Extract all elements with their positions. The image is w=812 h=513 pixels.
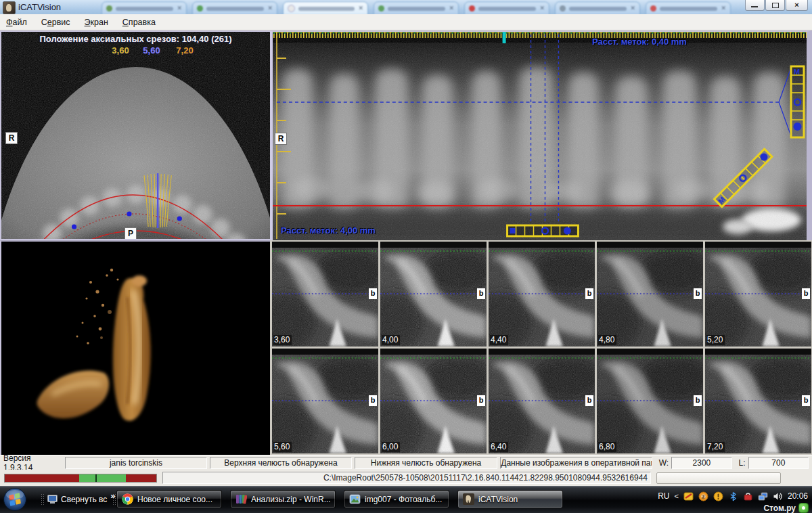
taskbar: Свернуть вс » Новое личное соо... Анализ…: [0, 486, 812, 513]
restore-button[interactable]: [765, 0, 785, 11]
stomru-widget[interactable]: Стом.ру: [763, 503, 809, 513]
language-indicator[interactable]: RU: [658, 491, 669, 501]
svg-text:2: 2: [702, 494, 705, 499]
window-width-label: W:: [659, 458, 669, 468]
window-level-value[interactable]: 700: [748, 457, 809, 469]
image-path-field: C:\ImageRoot\250578-10508\20151117\2.16.…: [162, 472, 651, 484]
slice-thumbnail-selected[interactable]: b 5,60: [272, 349, 378, 453]
quicklaunch-minimize-all[interactable]: Свернуть вс »: [47, 491, 115, 508]
close-button[interactable]: ×: [786, 0, 808, 11]
b-marker: b: [585, 395, 593, 406]
taskbar-button-chrome[interactable]: Новое личное соо...: [116, 490, 222, 508]
window-controls: ×: [745, 0, 808, 11]
slice-position-label: 5,20: [706, 335, 725, 345]
panoramic-view-panel[interactable]: M M Расст. меток: 0,40 mm Расст. меток: …: [270, 30, 812, 240]
axial-value-3: 7,20: [169, 45, 200, 55]
start-button[interactable]: [3, 487, 27, 512]
axial-view-panel[interactable]: Положение аксиальных срезов: 104,40 (261…: [0, 30, 270, 240]
browser-tab[interactable]: ✕: [102, 1, 187, 16]
update-icon[interactable]: 2: [698, 491, 708, 501]
b-marker: b: [369, 288, 377, 299]
b-marker: b: [477, 288, 485, 299]
menu-item-file[interactable]: Файл: [6, 18, 27, 27]
minimize-button[interactable]: [745, 0, 765, 11]
browser-tab[interactable]: ✕: [555, 1, 640, 16]
slice-thumbnail[interactable]: b 4,00: [380, 242, 487, 347]
lower-jaw-status: Нижняя челюсть обнаружена: [355, 457, 498, 469]
tick-distance-bottom-label: Расст. меток: 4,00 mm: [281, 225, 376, 236]
slice-position-label: 7,20: [706, 442, 725, 452]
browser-tab[interactable]: ✕: [283, 1, 368, 16]
chrome-icon: [122, 493, 133, 505]
monitor-icon: [47, 495, 58, 504]
slice-thumbnail[interactable]: b 4,80: [597, 242, 703, 347]
slice-position-label: 6,80: [598, 442, 616, 452]
patient-name-field: janis torcinskis: [65, 457, 208, 469]
slice-position-label: 3,60: [273, 335, 292, 345]
slice-position-label: 4,40: [490, 335, 508, 345]
volume-3d-panel[interactable]: [0, 240, 270, 455]
alert-icon[interactable]: [713, 491, 723, 501]
slice-thumbnail[interactable]: b 6,80: [597, 349, 703, 453]
slice-position-label: 6,40: [490, 442, 508, 452]
bluetooth-icon[interactable]: [728, 491, 738, 501]
secondary-progress-field: [656, 472, 781, 484]
orientation-label-right: R: [275, 133, 287, 145]
memory-status: Данные изображения в оперативной памяти: [500, 457, 652, 469]
slice-thumbnail[interactable]: b 6,00: [380, 349, 487, 453]
menu-item-help[interactable]: Справка: [122, 18, 156, 27]
slice-thumbnail[interactable]: b 3,60: [272, 242, 378, 347]
browser-tab[interactable]: ✕: [192, 1, 277, 16]
browser-tab[interactable]: ✕: [374, 1, 459, 16]
cross-section-grid: b 3,60 b 4,00 b 4,40 b 4,80 b 5,20 b 5,6…: [270, 240, 812, 455]
slice-position-label: 4,00: [382, 335, 400, 345]
browser-tab[interactable]: ✕: [646, 1, 731, 16]
photo-icon: [349, 493, 361, 505]
window-title: iCATVision: [18, 2, 61, 12]
tray-expand-chevron[interactable]: <: [675, 492, 679, 500]
b-marker: b: [802, 288, 810, 299]
slice-thumbnail[interactable]: b 6,40: [489, 349, 595, 453]
b-marker: b: [694, 288, 702, 299]
tick-distance-top-label: Расст. меток: 0,40 mm: [592, 37, 687, 47]
b-marker: b: [585, 288, 593, 299]
orientation-label-posterior: P: [125, 227, 137, 240]
axial-value-1: 3,60: [105, 45, 136, 55]
browser-tab[interactable]: ✕: [464, 1, 549, 16]
toolbar-grip[interactable]: [41, 493, 44, 506]
background-browser-tabs: ✕ ✕ ✕ ✕ ✕ ✕ ✕: [102, 1, 731, 14]
guard-icon[interactable]: [683, 491, 694, 501]
slice-position-label: 4,80: [598, 335, 616, 345]
slice-position-label: 6,00: [382, 442, 400, 452]
memory-usage-bar: [4, 474, 157, 483]
stomru-label: Стом.ру: [763, 504, 796, 513]
axial-position-header: Положение аксиальных срезов: 104,40 (261…: [1, 34, 270, 44]
volume-icon[interactable]: [773, 491, 783, 501]
memory-usage-tick: [95, 474, 97, 482]
orientation-label-right: R: [5, 132, 18, 144]
toolbar-grip[interactable]: [112, 493, 116, 506]
svg-text:M: M: [794, 68, 800, 76]
axial-value-2: 5,60: [136, 45, 167, 55]
taskbar-button-winrar[interactable]: Анализы.zip - WinR...: [230, 490, 336, 508]
b-marker: b: [694, 395, 702, 406]
winrar-icon: [235, 493, 247, 505]
taskbar-button-photo[interactable]: img007 - Фотоальб...: [344, 490, 449, 508]
status-bar: Версия 1.9.3.14 janis torcinskis Верхняя…: [0, 455, 812, 470]
quicklaunch-label: Свернуть вс: [61, 495, 107, 504]
slice-thumbnail[interactable]: b 7,20: [705, 349, 811, 453]
menu-item-service[interactable]: Сервис: [41, 18, 70, 27]
slice-thumbnail[interactable]: b 4,40: [489, 242, 595, 347]
b-marker: b: [802, 395, 810, 406]
shop-icon[interactable]: [743, 491, 753, 501]
taskbar-button-icatvision[interactable]: iCATVision: [457, 490, 563, 508]
window-level-label: L:: [739, 458, 746, 468]
b-marker: b: [477, 395, 485, 406]
upper-jaw-status: Верхняя челюсть обнаружена: [210, 457, 352, 469]
slice-thumbnail[interactable]: b 5,20: [705, 242, 811, 347]
window-width-value[interactable]: 2300: [671, 457, 731, 469]
menu-bar: Файл Сервис Экран Справка: [0, 14, 812, 30]
menu-item-screen[interactable]: Экран: [85, 18, 108, 27]
clock[interactable]: 20:06: [788, 491, 808, 501]
network-icon[interactable]: [758, 491, 768, 501]
